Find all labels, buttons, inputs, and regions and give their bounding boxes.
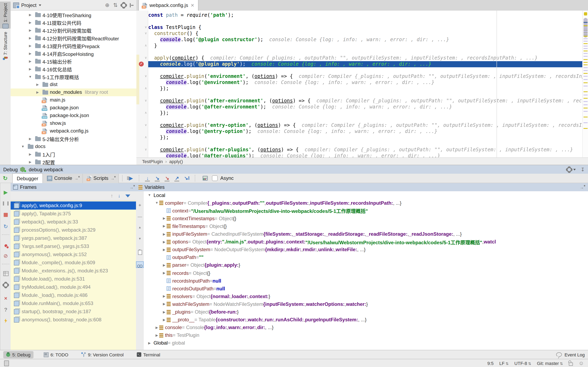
tab-console[interactable]: Console →	[43, 174, 83, 183]
restart-icon[interactable]: ↻	[0, 224, 11, 230]
variable-row[interactable]: ▶this = TestPlugin	[144, 332, 588, 339]
remove-watch-icon[interactable]: —	[136, 214, 144, 219]
tree-item[interactable]: ▶5-2输出文件分析	[11, 135, 136, 142]
frame-item[interactable]: anonymous(), bootstrap_node.js:608	[11, 316, 136, 324]
tree-item[interactable]: ▶node_moduleslibrary root	[11, 88, 136, 96]
tree-item[interactable]: ▼5-1工作原理概括	[11, 73, 136, 81]
hide-panel-icon[interactable]	[130, 3, 134, 7]
chevron-collapsed-icon[interactable]: ▶	[162, 271, 167, 275]
fold-open-icon[interactable]: ∨	[144, 31, 148, 35]
open-in-new-window-icon[interactable]: →	[580, 185, 584, 189]
fold-open-icon[interactable]: ∨	[144, 25, 148, 29]
view-breakpoints-icon[interactable]	[0, 243, 11, 248]
quick-actions-icon[interactable]	[0, 318, 11, 324]
variable-row[interactable]: ▶contextTimestamps = Object {}	[144, 215, 588, 222]
project-panel-title[interactable]: Project	[21, 2, 36, 8]
open-in-new-window-icon[interactable]: →	[130, 185, 134, 189]
chevron-collapsed-icon[interactable]: ▶	[162, 263, 167, 267]
chevron-collapsed-icon[interactable]: ▶	[28, 28, 32, 32]
frame-item[interactable]: apply(), webpack.config.js:9	[11, 201, 136, 210]
tree-item[interactable]: ▶4-15输出分析	[11, 57, 136, 65]
frame-item[interactable]: apply(), Tapable.js:375	[11, 210, 136, 218]
chevron-collapsed-icon[interactable]: ▶	[162, 232, 167, 236]
chevron-expanded-icon[interactable]: ▼	[21, 145, 25, 148]
tree-item[interactable]: ▶2配置	[11, 158, 136, 165]
tab-scripts[interactable]: JS Scripts →	[83, 174, 119, 183]
variable-row[interactable]: ▼Local	[144, 191, 588, 199]
editor-tab-webpack-config[interactable]: JS webpack.config.js ✕	[138, 0, 199, 11]
tree-item[interactable]: ▶4-11提取公共代码	[11, 18, 136, 26]
variable-row[interactable]: ▶inputFileSystem = CachedInputFileSystem…	[144, 230, 588, 238]
chevron-collapsed-icon[interactable]: ▶	[162, 295, 167, 298]
frame-item[interactable]: Module.runMain(), module.js:653	[11, 299, 136, 308]
collapse-all-icon[interactable]: ⇅	[113, 2, 118, 8]
debug-settings-gear-icon[interactable]	[567, 167, 576, 172]
frame-item[interactable]: Module._load(), module.js:486	[11, 291, 136, 299]
frame-item[interactable]: Module._extensions..js(), module.js:623	[11, 267, 136, 275]
breakpoint-icon[interactable]: ✓	[139, 62, 144, 67]
chevron-collapsed-icon[interactable]: ▶	[162, 225, 167, 228]
toolwindow-toggle-icon[interactable]	[4, 360, 9, 366]
add-watch-icon[interactable]: +	[136, 203, 144, 208]
tree-item[interactable]: ▶4-16优化总结	[11, 65, 136, 73]
tree-item[interactable]: JSwebpack.config.js	[11, 127, 136, 135]
code-editor[interactable]: ∨∨∧∨✓∨∧∨∧∨∧∨ const path = require('path'…	[136, 11, 588, 157]
fold-open-icon[interactable]: ∨	[144, 99, 148, 102]
hector-inspector-icon[interactable]: ☺	[579, 360, 584, 366]
show-execution-point-icon[interactable]: ▶	[127, 175, 135, 181]
fold-end-icon[interactable]: ∧	[144, 135, 148, 139]
next-frame-icon[interactable]: ↓	[118, 193, 121, 199]
tree-item[interactable]: ▼docs	[11, 142, 136, 150]
chevron-collapsed-icon[interactable]: ▶	[154, 334, 159, 337]
run-to-cursor-icon[interactable]: ↘I	[183, 175, 191, 181]
stop-icon[interactable]	[0, 212, 11, 218]
event-log-button[interactable]: Event Log	[564, 352, 585, 357]
variable-row[interactable]: ▶resolvers = Object {normal: , loader: ,…	[144, 292, 588, 300]
chevron-collapsed-icon[interactable]: ▶	[35, 83, 40, 86]
chevron-collapsed-icon[interactable]: ▶	[28, 21, 32, 24]
filter-frames-icon[interactable]	[125, 194, 130, 197]
copy-watch-icon[interactable]	[136, 250, 144, 256]
chevron-collapsed-icon[interactable]: ▶	[28, 152, 32, 156]
tree-item[interactable]: ▶4-14开启ScopeHoisting	[11, 50, 136, 57]
async-checkbox[interactable]	[212, 175, 218, 181]
toolwindow-button-terminal[interactable]: >_ Terminal	[134, 351, 163, 358]
variable-row[interactable]: ▶fileTimestamps = Object {}	[144, 222, 588, 230]
mute-breakpoints-icon[interactable]: ⊘	[0, 253, 11, 259]
chevron-collapsed-icon[interactable]: ▶	[162, 302, 167, 306]
fold-end-icon[interactable]: ∧	[144, 111, 148, 115]
frame-item[interactable]: anonymous(), webpack.js:152	[11, 250, 136, 259]
variable-row[interactable]: ▶watchFileSystem = NodeWatchFileSystem {…	[144, 300, 588, 308]
tree-item[interactable]: ▶4-10使用TreeSharking	[11, 11, 136, 18]
step-over-icon[interactable]: ↓	[144, 175, 152, 181]
chevron-collapsed-icon[interactable]: ▶	[28, 36, 32, 40]
open-in-new-window-icon[interactable]: →	[111, 176, 114, 180]
open-in-new-window-icon[interactable]: →	[74, 176, 78, 180]
chevron-collapsed-icon[interactable]: ▶	[28, 52, 32, 55]
git-branch[interactable]: Git: master ⇅	[537, 361, 563, 366]
chevron-collapsed-icon[interactable]: ▶	[28, 13, 32, 17]
debug-gear-icon[interactable]	[0, 283, 11, 289]
move-down-icon[interactable]: ▼	[136, 237, 144, 241]
editor-gutter[interactable]: ∨∨∧∨✓∨∧∨∧∨∧∨	[136, 11, 148, 157]
fold-open-icon[interactable]: ∨	[144, 148, 148, 151]
step-into-icon[interactable]: ↘	[153, 175, 162, 181]
close-tab-icon[interactable]: ✕	[190, 3, 194, 8]
variable-row[interactable]: 1801recordsInputPath = null	[144, 277, 588, 285]
help-icon[interactable]: ?	[0, 307, 11, 313]
tree-item[interactable]: JSONpackage.json	[11, 104, 136, 111]
chevron-collapsed-icon[interactable]: ▶	[28, 137, 32, 141]
variable-row[interactable]: ▶options = Object {entry: "./main.js", o…	[144, 238, 588, 246]
breadcrumb-class[interactable]: TestPlugin	[142, 159, 163, 164]
variable-row[interactable]: ▼compiler = Compiler {_plugins: , output…	[144, 199, 588, 207]
chevron-collapsed-icon[interactable]: ▶	[154, 325, 159, 329]
fold-open-icon[interactable]: ∨	[144, 123, 148, 127]
resume-icon[interactable]: ▶	[0, 190, 11, 195]
force-step-into-icon[interactable]: ↘	[163, 175, 171, 181]
chevron-collapsed-icon[interactable]: ▶	[162, 310, 167, 314]
frame-item[interactable]: yargs.parse(), webpack.js:387	[11, 234, 136, 242]
toolwindow-button-version-control[interactable]: 9: Version Control	[79, 351, 127, 358]
chevron-collapsed-icon[interactable]: ▶	[162, 318, 167, 322]
chevron-expanded-icon[interactable]: ▼	[28, 75, 32, 78]
variable-row[interactable]: ▶__proto__ = Tapable {constructor: , wat…	[144, 316, 588, 324]
